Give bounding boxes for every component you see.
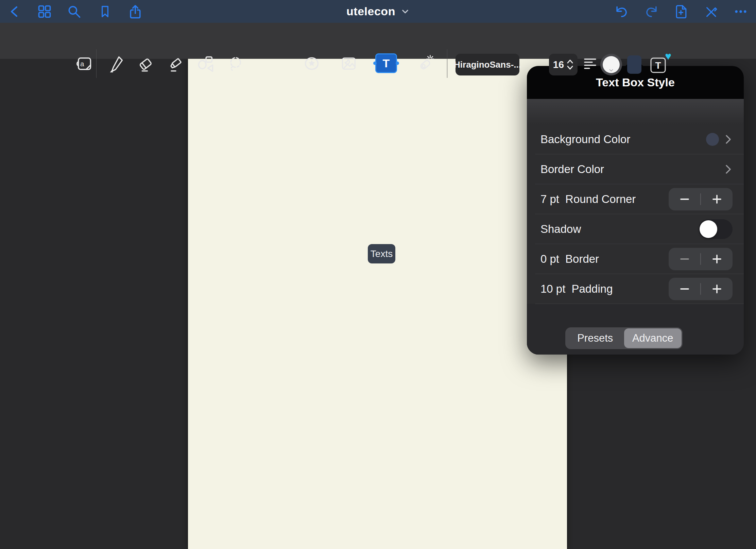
search-button[interactable]	[66, 0, 82, 23]
document-title-menu[interactable]: utelecon	[327, 0, 429, 23]
text-align-button[interactable]	[581, 54, 600, 73]
image-tool[interactable]	[339, 54, 358, 73]
row-label: Background Color	[540, 133, 630, 146]
eraser-tool[interactable]	[136, 54, 155, 73]
shapes-icon	[197, 55, 214, 72]
align-left-icon	[583, 56, 597, 71]
stickers-tool[interactable]	[302, 54, 321, 73]
border-width-stepper	[669, 248, 733, 270]
zoom-window-tool[interactable]: a	[75, 54, 94, 73]
row-label: Border Color	[540, 163, 604, 176]
add-page-button[interactable]	[673, 0, 689, 23]
chevron-down-icon	[609, 69, 613, 72]
chevron-right-icon	[725, 164, 732, 174]
popover-title: Text Box Style	[596, 76, 675, 89]
font-size-stepper[interactable]: 16	[549, 54, 578, 75]
row-label: Shadow	[540, 223, 581, 236]
highlighter-icon	[167, 55, 185, 72]
back-button[interactable]	[7, 0, 23, 23]
undo-icon	[614, 4, 629, 19]
tab-advance[interactable]: Advance	[624, 328, 682, 348]
border-width-value: 0 pt	[540, 253, 559, 265]
current-color-swatch	[603, 56, 620, 73]
row-padding: 10 pt Padding	[527, 274, 744, 304]
round-corner-stepper	[669, 188, 733, 210]
app-window: utelecon	[0, 0, 756, 549]
toggle-knob	[700, 220, 717, 238]
plus-button[interactable]	[701, 188, 733, 210]
toolbar-divider	[447, 49, 447, 78]
toolbar-divider	[96, 49, 97, 78]
redo-icon	[645, 4, 659, 19]
textbox-style-preview-swatch[interactable]	[627, 55, 641, 74]
grid-icon	[37, 4, 52, 19]
laser-pointer-icon	[416, 54, 434, 73]
chevron-right-icon	[725, 134, 732, 144]
presets-advance-segmented-control: Presets Advance	[565, 327, 683, 349]
plus-button[interactable]	[701, 278, 733, 300]
laser-pointer-tool[interactable]	[415, 54, 434, 73]
font-size-value: 16	[553, 59, 564, 70]
top-navigation-bar: utelecon	[0, 0, 756, 23]
stepper-chevrons-icon	[567, 58, 573, 71]
minus-button-disabled[interactable]	[669, 248, 700, 270]
text-box-style-popover: Text Box Style Background Color Border C…	[527, 66, 744, 355]
highlighter-tool[interactable]	[166, 54, 185, 73]
tools-toolbar: a	[0, 23, 756, 59]
more-options-button[interactable]	[733, 0, 749, 23]
row-border-color[interactable]: Border Color	[527, 154, 744, 184]
row-label: Round Corner	[565, 193, 636, 206]
text-tool-glyph: T	[383, 57, 390, 70]
sticker-star-icon	[303, 55, 321, 72]
row-background-color[interactable]: Background Color	[527, 124, 744, 154]
back-chevron-icon	[8, 4, 22, 19]
share-icon	[128, 4, 143, 19]
lasso-tool[interactable]	[225, 54, 244, 73]
selection-handle	[396, 62, 399, 65]
textbox-style-button[interactable]: T ♥	[650, 55, 669, 74]
undo-button[interactable]	[613, 0, 629, 23]
canvas-text-box[interactable]: Texts	[368, 244, 395, 263]
style-settings-list: Background Color Border Color 7 pt Round…	[527, 124, 744, 304]
heart-icon: ♥	[665, 51, 671, 62]
eraser-icon	[137, 55, 154, 72]
padding-value: 10 pt	[540, 282, 565, 295]
ellipsis-icon	[733, 4, 748, 19]
svg-text:a: a	[80, 60, 84, 68]
text-tool-selected[interactable]: T	[375, 53, 397, 73]
search-icon	[67, 4, 82, 19]
plus-button[interactable]	[701, 248, 733, 270]
popover-preview-strip	[527, 99, 744, 124]
shapes-tool[interactable]	[196, 54, 215, 73]
shadow-toggle-off[interactable]	[699, 219, 733, 239]
text-color-button[interactable]	[600, 54, 622, 75]
bookmark-button[interactable]	[97, 0, 113, 23]
round-corner-value: 7 pt	[540, 193, 559, 206]
minus-button[interactable]	[669, 188, 700, 210]
font-family-label: HiraginoSans-...	[454, 59, 521, 70]
minus-button[interactable]	[669, 278, 700, 300]
padding-stepper	[669, 278, 733, 300]
share-button[interactable]	[127, 0, 143, 23]
lasso-icon	[226, 55, 244, 72]
background-color-swatch	[706, 133, 719, 146]
page-title: utelecon	[346, 5, 395, 18]
thumbnails-button[interactable]	[36, 0, 53, 23]
pen-icon	[107, 55, 124, 72]
add-page-icon	[674, 4, 689, 19]
row-border-width: 0 pt Border	[527, 244, 744, 274]
font-family-button[interactable]: HiraginoSans-...	[456, 54, 519, 75]
canvas-text-content: Texts	[371, 248, 393, 259]
image-icon	[340, 55, 358, 72]
svg-text:T: T	[655, 60, 661, 71]
pen-mode-toggle-button[interactable]	[703, 0, 719, 23]
zoom-window-icon: a	[75, 55, 93, 72]
document-canvas[interactable]: Texts	[188, 59, 567, 549]
selection-handle	[373, 62, 377, 65]
pen-tool[interactable]	[106, 54, 125, 73]
chevron-down-icon	[401, 8, 410, 15]
popover-footer: Presets Advance	[527, 304, 744, 355]
redo-button[interactable]	[644, 0, 660, 23]
tab-presets[interactable]: Presets	[566, 328, 624, 348]
row-label: Border	[565, 253, 599, 265]
